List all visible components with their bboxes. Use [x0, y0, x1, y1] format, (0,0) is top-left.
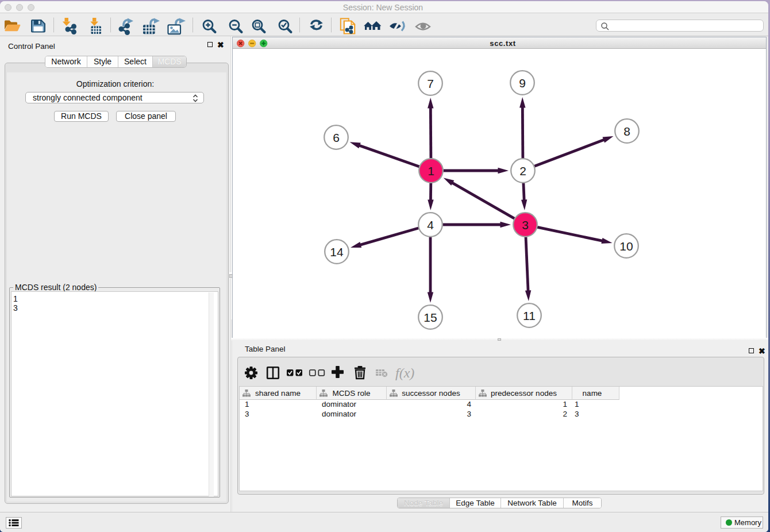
svg-text:7: 7	[427, 77, 434, 90]
svg-text:2: 2	[519, 164, 526, 178]
svg-text:8: 8	[623, 125, 630, 138]
svg-text:f(x): f(x)	[395, 365, 414, 380]
svg-text:14: 14	[330, 245, 344, 259]
svg-text:11: 11	[523, 309, 536, 322]
svg-text:10: 10	[619, 240, 633, 253]
svg-text:1: 1	[428, 164, 434, 178]
svg-text:6: 6	[333, 131, 340, 144]
svg-text:15: 15	[424, 311, 437, 324]
svg-text:3: 3	[522, 218, 529, 232]
svg-text:9: 9	[519, 76, 526, 90]
svg-text:4: 4	[427, 218, 434, 232]
